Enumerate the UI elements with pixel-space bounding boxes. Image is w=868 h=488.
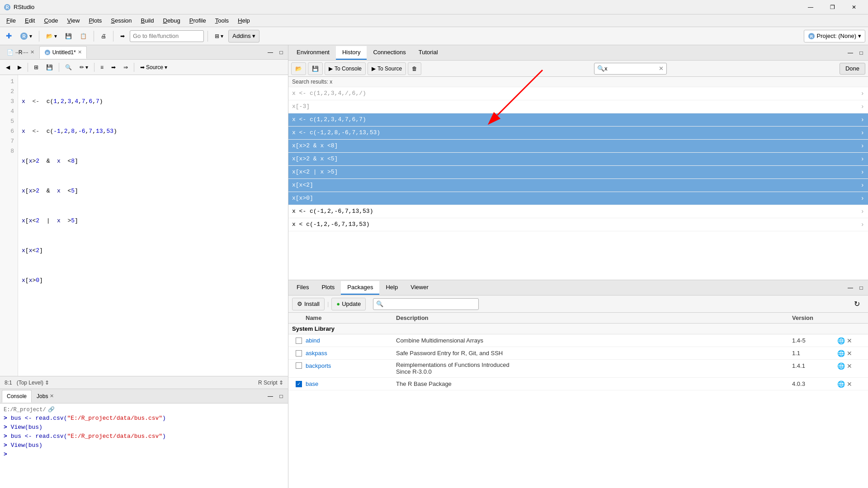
history-item-7[interactable]: x[x<2] › — [288, 179, 868, 192]
packages-minimize-button[interactable]: — — [845, 283, 855, 293]
install-button[interactable]: ⚙ Install — [292, 298, 325, 310]
run-all-button[interactable]: ⇒ — [120, 61, 131, 73]
addins-button[interactable]: Addins ▾ — [228, 30, 259, 42]
history-minimize-button[interactable]: — — [845, 48, 855, 58]
history-search-input[interactable] — [604, 65, 659, 72]
history-arrow-5[interactable]: › — [861, 154, 864, 164]
console-minimize-button[interactable]: — — [265, 391, 275, 401]
tab-untitled1-close[interactable]: ✕ — [78, 49, 82, 55]
console-maximize-button[interactable]: □ — [276, 391, 286, 401]
pkg-name-abind[interactable]: abind — [306, 337, 396, 344]
path-link-icon[interactable]: 🔗 — [48, 406, 55, 413]
save-button[interactable]: 💾 — [62, 30, 75, 42]
goto-search-box[interactable] — [130, 30, 204, 42]
pkg-web-askpass[interactable]: 🌐 — [837, 350, 845, 357]
close-button[interactable]: ✕ — [844, 0, 864, 14]
show-in-pane-button[interactable]: ⊞ — [31, 61, 42, 73]
pkg-delete-backports[interactable]: ✕ — [847, 362, 852, 370]
history-load-button[interactable]: 📂 — [291, 62, 306, 75]
pkg-web-base[interactable]: 🌐 — [837, 380, 845, 388]
pkg-name-backports[interactable]: backports — [306, 361, 396, 369]
history-maximize-button[interactable]: □ — [856, 48, 866, 58]
menu-view[interactable]: View — [62, 15, 84, 26]
tab-viewer[interactable]: Viewer — [404, 281, 435, 295]
tab-plots[interactable]: Plots — [315, 281, 341, 295]
package-search-box[interactable]: 🔍 — [373, 298, 479, 310]
source-with-arrow-button[interactable]: ➡ Source ▾ — [137, 61, 170, 73]
history-search-box[interactable]: 🔍 ✕ — [594, 63, 667, 75]
pkg-web-backports[interactable]: 🌐 — [837, 362, 845, 370]
history-arrow-6[interactable]: › — [861, 167, 864, 177]
pkg-web-abind[interactable]: 🌐 — [837, 337, 845, 344]
pkg-checkbox-backports[interactable] — [292, 361, 306, 369]
maximize-button[interactable]: ❐ — [822, 0, 843, 14]
pkg-delete-base[interactable]: ✕ — [847, 380, 852, 388]
checkbox-backports[interactable] — [296, 362, 302, 369]
print-button[interactable]: 🖨 — [98, 30, 109, 42]
project-selector[interactable]: R Project: (None) ▾ — [804, 30, 865, 42]
minimize-button[interactable]: — — [800, 0, 821, 14]
tab-unnamed-close[interactable]: ✕ — [30, 49, 34, 55]
pkg-checkbox-base[interactable]: ✓ — [292, 381, 306, 387]
history-item-5[interactable]: x[x>2 & x <5] › — [288, 153, 868, 166]
find-button[interactable]: 🔍 — [62, 61, 75, 73]
compile-button[interactable]: ≡ — [97, 61, 107, 73]
history-clear-button[interactable]: 🗑 — [408, 62, 421, 75]
goto-file-button[interactable]: ➡ — [117, 30, 128, 42]
menu-session[interactable]: Session — [106, 15, 136, 26]
code-tools-button[interactable]: ✏ ▾ — [76, 61, 91, 73]
history-item-6[interactable]: x[x<2 | x >5] › — [288, 166, 868, 179]
menu-profile[interactable]: Profile — [185, 15, 211, 26]
history-arrow-2[interactable]: › — [861, 115, 864, 125]
history-item-0[interactable]: x <- c(1,2,3,4,/,6,/) › — [288, 87, 868, 100]
packages-refresh-button[interactable]: ↻ — [849, 298, 864, 310]
code-editor[interactable]: 1 2 3 4 5 6 7 8 x <- c(1,2,3,4,7,6,7) x … — [0, 75, 288, 376]
grid-button[interactable]: ⊞ ▾ — [212, 30, 226, 42]
history-arrow-3[interactable]: › — [861, 128, 864, 138]
save-all-button[interactable]: 📋 — [77, 30, 90, 42]
code-line-8[interactable] — [22, 305, 284, 315]
new-file-button[interactable]: ✚ — [3, 30, 15, 42]
history-arrow-8[interactable]: › — [861, 193, 864, 203]
history-list[interactable]: x <- c(1,2,3,4,/,6,/) › x[-3] › x <- c(1… — [288, 87, 868, 280]
to-source-button[interactable]: ▶ To Source — [368, 62, 406, 75]
menu-help[interactable]: Help — [233, 15, 255, 26]
pkg-delete-askpass[interactable]: ✕ — [847, 350, 852, 357]
pkg-delete-abind[interactable]: ✕ — [847, 337, 852, 344]
history-arrow-1[interactable]: › — [861, 102, 864, 112]
tab-jobs[interactable]: Jobs ✕ — [32, 390, 59, 403]
editor-minimize-button[interactable]: — — [265, 47, 275, 57]
to-console-button[interactable]: ▶ To Console — [325, 62, 366, 75]
menu-file[interactable]: File — [2, 15, 20, 26]
menu-tools[interactable]: Tools — [211, 15, 233, 26]
menu-debug[interactable]: Debug — [159, 15, 185, 26]
history-item-8[interactable]: x[x>0] › — [288, 192, 868, 205]
back-button[interactable]: ◀ — [3, 61, 13, 73]
console-content[interactable]: E:/R_project/ 🔗 > bus <- read.csv("E:/R_… — [0, 404, 288, 488]
console-line-5[interactable]: > — [4, 450, 284, 459]
package-search-input[interactable] — [385, 300, 476, 307]
tab-packages[interactable]: Packages — [341, 281, 379, 295]
run-button[interactable]: ➡ — [108, 61, 119, 73]
checkbox-base[interactable]: ✓ — [296, 381, 302, 387]
menu-code[interactable]: Code — [39, 15, 62, 26]
history-item-2[interactable]: x <- c(1,2,3,4,7,6,7) › — [288, 113, 868, 127]
history-item-3[interactable]: x <- c(-1,2,8,-6,7,13,53) › — [288, 127, 868, 140]
new-r-button[interactable]: R ▾ — [17, 30, 35, 42]
forward-button[interactable]: ▶ — [14, 61, 25, 73]
pkg-checkbox-abind[interactable] — [292, 338, 306, 344]
history-item-4[interactable]: x[x>2 & x <8] › — [288, 140, 868, 153]
history-item-10[interactable]: x < c(-1,2,-6,7,13,53) › — [288, 218, 868, 231]
tab-unnamed-r[interactable]: 📄 ··R···· ✕ — [2, 46, 39, 59]
menu-edit[interactable]: Edit — [20, 15, 39, 26]
tab-untitled1[interactable]: R Untitled1* ✕ — [39, 46, 87, 59]
update-button[interactable]: ● Update — [331, 298, 366, 310]
history-arrow-7[interactable]: › — [861, 180, 864, 190]
tab-help[interactable]: Help — [379, 281, 404, 295]
tab-console[interactable]: Console — [2, 390, 32, 403]
tab-connections[interactable]: Connections — [367, 46, 412, 60]
tab-files[interactable]: Files — [290, 281, 315, 295]
done-button[interactable]: Done — [840, 63, 865, 75]
pkg-name-askpass[interactable]: askpass — [306, 350, 396, 357]
menu-plots[interactable]: Plots — [84, 15, 106, 26]
